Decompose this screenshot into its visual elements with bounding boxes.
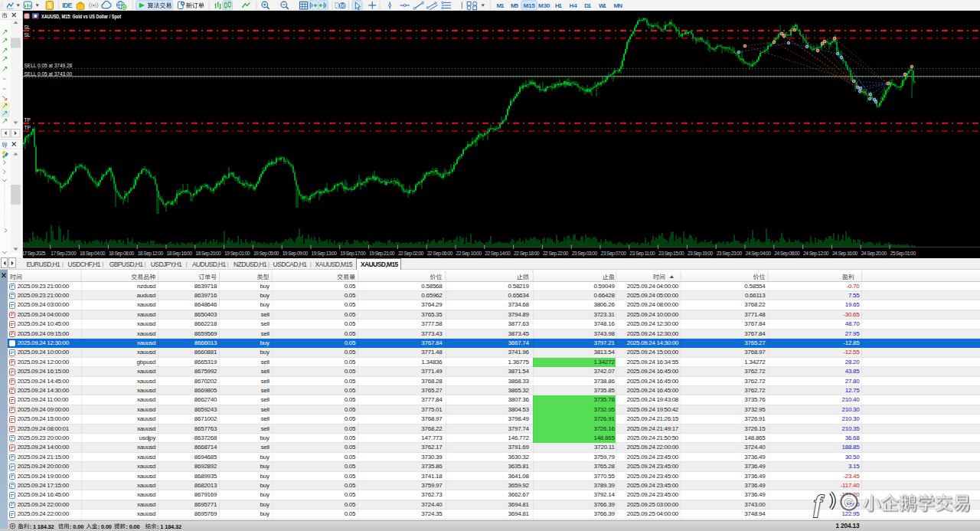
svg-text:18 Sep 12:00: 18 Sep 12:00 — [138, 251, 164, 257]
svg-text:25 Sep 01:00: 25 Sep 01:00 — [890, 251, 916, 257]
svg-text:f: f — [814, 490, 825, 517]
svg-text:18 Sep 08:00: 18 Sep 08:00 — [109, 251, 135, 257]
svg-text:: 1 184.32: : 1 184.32 — [157, 523, 181, 529]
svg-text:: 0.00: : 0.00 — [98, 523, 112, 529]
svg-text:24 Sep 04:00: 24 Sep 04:00 — [746, 251, 772, 257]
svg-text:1 204.13: 1 204.13 — [835, 523, 860, 529]
svg-text:19 Sep 17:00: 19 Sep 17:00 — [340, 251, 366, 257]
svg-text:23 Sep 15:00: 23 Sep 15:00 — [658, 251, 684, 257]
svg-text:M5: M5 — [511, 2, 519, 9]
svg-text:18 Sep 16:00: 18 Sep 16:00 — [167, 251, 193, 257]
svg-text:TP: TP — [24, 117, 31, 123]
svg-text:: 0.00: : 0.00 — [126, 523, 140, 529]
svg-text:23 Sep 11:00: 23 Sep 11:00 — [629, 251, 655, 257]
svg-text:IDE: IDE — [62, 2, 72, 9]
svg-text:19 Sep 01:00: 19 Sep 01:00 — [224, 251, 250, 257]
svg-text:XAUUSD, M15: Gold vs US Dolla: XAUUSD, M15: Gold vs US Dollar / Spot — [41, 13, 121, 20]
svg-text:W1: W1 — [599, 2, 607, 9]
svg-text:D1: D1 — [584, 2, 592, 9]
svg-text:H4: H4 — [570, 2, 578, 9]
svg-text:19 Sep 21:00: 19 Sep 21:00 — [369, 251, 395, 257]
svg-text:22 Sep 02:00: 22 Sep 02:00 — [398, 251, 424, 257]
svg-text:17 Sep 2025: 17 Sep 2025 — [23, 251, 46, 257]
svg-text:23 Sep 07:00: 23 Sep 07:00 — [601, 251, 627, 257]
svg-text:$: $ — [47, 2, 51, 9]
svg-text:22 Sep 18:00: 22 Sep 18:00 — [514, 251, 540, 257]
svg-text:: 1 184.32: : 1 184.32 — [30, 523, 54, 529]
svg-text:SL: SL — [24, 32, 31, 38]
svg-text:SELL 0.05 at 3749.28: SELL 0.05 at 3749.28 — [24, 63, 73, 68]
svg-text:23 Sep 23:00: 23 Sep 23:00 — [717, 251, 743, 257]
svg-text:M30: M30 — [538, 2, 550, 9]
svg-text:23 Sep 19:00: 23 Sep 19:00 — [688, 251, 714, 257]
svg-text:H1: H1 — [555, 2, 563, 9]
svg-text:22 Sep 14:00: 22 Sep 14:00 — [485, 251, 511, 257]
svg-text:22 Sep 10:00: 22 Sep 10:00 — [456, 251, 482, 257]
svg-text:24 Sep 20:00: 24 Sep 20:00 — [861, 251, 887, 257]
svg-text:M1: M1 — [496, 2, 505, 9]
svg-text:18 Sep 04:00: 18 Sep 04:00 — [80, 251, 106, 257]
svg-text:C: C — [844, 496, 853, 509]
svg-text:22 Sep 06:00: 22 Sep 06:00 — [427, 251, 453, 257]
svg-text:17 Sep 23:00: 17 Sep 23:00 — [51, 251, 77, 257]
svg-text:: 0.00: : 0.00 — [70, 523, 83, 529]
svg-text:M15: M15 — [523, 2, 535, 9]
svg-text:24 Sep 16:00: 24 Sep 16:00 — [832, 251, 858, 257]
svg-text:SELL 0.05 at 3743.00: SELL 0.05 at 3743.00 — [24, 71, 73, 77]
svg-text:24 Sep 08:00: 24 Sep 08:00 — [774, 251, 800, 257]
svg-text:SL: SL — [24, 25, 31, 30]
svg-text:19 Sep 13:00: 19 Sep 13:00 — [312, 251, 338, 257]
svg-text:23 Sep 03:00: 23 Sep 03:00 — [572, 251, 598, 257]
svg-text:24 Sep 12:00: 24 Sep 12:00 — [803, 251, 829, 257]
svg-text:22 Sep 22:00: 22 Sep 22:00 — [543, 251, 569, 257]
svg-text:TP: TP — [24, 125, 31, 130]
svg-text:19 Sep 05:00: 19 Sep 05:00 — [253, 251, 279, 257]
svg-text:19 Sep 09:00: 19 Sep 09:00 — [283, 251, 309, 257]
svg-text:MN: MN — [614, 2, 623, 9]
svg-text:18 Sep 20:00: 18 Sep 20:00 — [195, 251, 221, 257]
